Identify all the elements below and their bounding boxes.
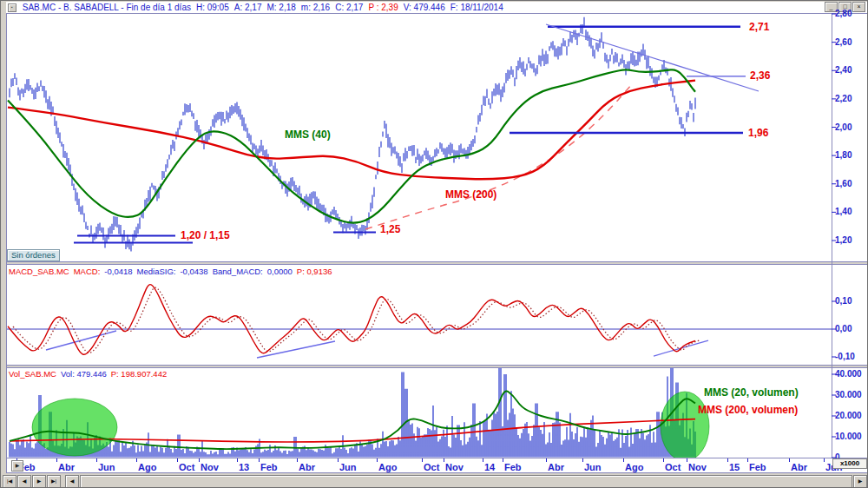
minimize-button[interactable]: _ (825, 2, 838, 12)
chart-window: ▪ SAB.MC - B. SABADELL - Fin de día 1 dí… (0, 0, 868, 488)
nav-prev-button[interactable]: ◀ (17, 475, 31, 488)
quote-header: ▪ SAB.MC - B. SABADELL - Fin de día 1 dí… (6, 2, 867, 13)
time-axis-scroll-button[interactable]: ▶ (11, 460, 23, 472)
bottom-scrollbar: |◀◀▶▶| ◀ ▶ (1, 474, 868, 488)
quote-fields: SAB.MC - B. SABADELL - Fin de día 1 días… (23, 3, 509, 12)
scrollbar-thumb[interactable] (80, 475, 852, 488)
quote-field: H: 09:05 (196, 3, 229, 12)
window-menu-icon[interactable]: ▪ (8, 3, 16, 12)
nav-first-button[interactable]: |◀ (3, 475, 16, 488)
orders-tab[interactable]: Sin órdenes (7, 249, 60, 261)
nav-next-button[interactable]: ▶ (32, 475, 46, 488)
close-button[interactable]: × (852, 2, 865, 12)
scroll-right-button[interactable]: ▶ (853, 475, 867, 488)
scroll-left-button[interactable]: ◀ (65, 475, 79, 488)
quote-field: M: 2,18 (266, 3, 295, 12)
restore-button[interactable]: □ (838, 2, 852, 12)
volume-multiplier-box: x1000 (832, 458, 867, 469)
quote-field: P : 2,39 (368, 3, 398, 12)
quote-field: F: 18/11/2014 (450, 3, 503, 12)
window-controls: _□× (825, 2, 865, 12)
quote-field: V: 479.446 (404, 3, 445, 12)
quote-field: SAB.MC - B. SABADELL - Fin de día 1 días (23, 3, 191, 12)
chart-canvas[interactable] (1, 1, 868, 488)
quote-field: A: 2,17 (234, 3, 262, 12)
quote-field: m: 2,16 (301, 3, 330, 12)
quote-field: C: 2,17 (335, 3, 363, 12)
nav-last-button[interactable]: ▶| (47, 475, 61, 488)
